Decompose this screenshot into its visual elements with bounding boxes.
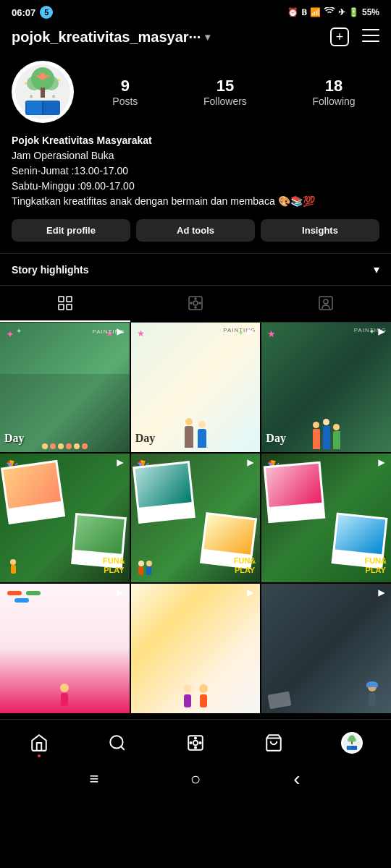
video-indicator [245, 327, 256, 339]
svg-text:★: ★ [24, 81, 28, 85]
bio-line4: Tingkatkan kreatifitas anak dengan berma… [12, 194, 379, 209]
username-text: pojok_kreativitas_masyar··· [12, 29, 201, 46]
top-nav: pojok_kreativitas_masyar··· ▾ + [0, 22, 391, 54]
bio-line2: Senin-Jumat :13.00-17.00 [12, 163, 379, 179]
followers-label: Followers [203, 95, 247, 107]
grid-item[interactable] [261, 584, 391, 713]
svg-point-31 [110, 736, 122, 748]
svg-point-37 [190, 742, 191, 744]
home-button[interactable] [22, 727, 56, 759]
svg-point-35 [195, 737, 196, 739]
signal-icon: 📶 [310, 7, 321, 17]
profile-nav-button[interactable] [335, 727, 369, 759]
tab-grid[interactable] [0, 286, 130, 322]
bio-line3: Sabtu-Minggu :09.00-17.00 [12, 179, 379, 194]
svg-text:✿: ✿ [30, 94, 33, 98]
svg-line-32 [121, 746, 125, 750]
fun-play-label: FUN&PLAY [234, 556, 256, 575]
system-home-button[interactable]: ○ [185, 769, 206, 789]
grid-item[interactable]: ✦ ★ ✦ PAINTING Day [0, 323, 130, 452]
day-label: Day [4, 432, 25, 445]
battery-icon: 🔋 [348, 7, 359, 17]
grid-item[interactable]: ★ ✦ PAINTING Day [131, 323, 261, 452]
svg-text:✿: ✿ [52, 94, 55, 98]
grid-item[interactable] [131, 584, 261, 713]
followers-stat[interactable]: 15 Followers [203, 77, 247, 107]
posts-label: Posts [112, 95, 138, 107]
username-area[interactable]: pojok_kreativitas_masyar··· ▾ [12, 29, 210, 46]
day-label: Day [266, 432, 286, 445]
svg-rect-19 [59, 297, 64, 302]
edit-profile-button[interactable]: Edit profile [12, 219, 130, 242]
shop-button[interactable] [256, 727, 291, 759]
nav-icons: + [330, 27, 379, 46]
add-post-button[interactable]: + [330, 27, 349, 46]
svg-point-24 [193, 301, 198, 305]
grid-item[interactable]: ★ ✦ PAINTING Day [261, 323, 391, 452]
grid-item[interactable]: 🪁 FUN&PLAY [0, 454, 130, 583]
svg-rect-0 [362, 29, 379, 30]
decoration-star: ✦ [6, 328, 14, 340]
tab-tagged[interactable] [261, 286, 391, 322]
ad-tools-button[interactable]: Ad tools [136, 219, 255, 242]
svg-rect-1 [362, 35, 379, 36]
bio: Pojok Kreativitas Masyarakat Jam Operasi… [12, 133, 379, 209]
video-indicator [115, 458, 125, 470]
story-highlights-label: Story highlights [12, 264, 89, 276]
reels-nav-button[interactable] [178, 727, 213, 759]
profile-top: ★ ★ ✿ ✿ 9 Posts 15 Followers 18 Followin… [12, 61, 379, 123]
airplane-icon: ✈ [338, 7, 345, 17]
svg-point-25 [195, 298, 196, 299]
svg-rect-44 [351, 741, 353, 744]
followers-count: 15 [216, 77, 234, 95]
decoration-star: ★ [267, 328, 276, 339]
system-back-button[interactable]: ‹ [287, 769, 307, 789]
battery-percent: 55% [362, 7, 379, 17]
svg-rect-47 [352, 746, 356, 749]
bluetooth-icon: 𝔹 [301, 8, 307, 17]
video-indicator [115, 588, 125, 600]
search-button[interactable] [100, 727, 135, 759]
system-nav-bar: ≡ ○ ‹ [0, 763, 391, 796]
system-menu-button[interactable]: ≡ [84, 769, 104, 789]
story-highlights[interactable]: Story highlights ▾ [0, 253, 391, 286]
grid-item[interactable] [0, 584, 130, 713]
decoration-star: ★ [137, 328, 145, 339]
svg-point-36 [195, 746, 196, 748]
alarm-icon: ⏰ [287, 7, 298, 17]
svg-point-28 [199, 302, 201, 304]
fun-play-label: FUN&PLAY [364, 556, 387, 575]
svg-rect-20 [67, 297, 72, 302]
svg-rect-2 [362, 41, 379, 42]
posts-count: 9 [121, 77, 130, 95]
svg-rect-21 [59, 305, 64, 310]
status-bar: 06:07 5 ⏰ 𝔹 📶 ✈ 🔋 55% [0, 0, 391, 22]
svg-rect-22 [67, 305, 72, 310]
tab-reels[interactable] [130, 286, 261, 322]
grid-item[interactable]: 🪁 FUN&PLAY [131, 454, 261, 583]
day-label: Day [135, 432, 156, 445]
bottom-nav [0, 719, 391, 763]
wifi-icon [324, 7, 335, 18]
grid-item[interactable]: 🪁 FUN&PLAY [261, 454, 391, 583]
svg-point-30 [324, 299, 328, 304]
action-buttons: Edit profile Ad tools Insights [12, 219, 379, 242]
posts-stat[interactable]: 9 Posts [112, 77, 138, 107]
avatar[interactable]: ★ ★ ✿ ✿ [12, 61, 74, 123]
chevron-down-icon[interactable]: ▾ [205, 31, 210, 43]
svg-point-26 [195, 307, 196, 308]
svg-rect-29 [319, 297, 332, 310]
menu-button[interactable] [362, 29, 379, 46]
stats-area: 9 Posts 15 Followers 18 Following [88, 77, 379, 107]
status-time: 06:07 [12, 7, 35, 18]
status-icons: ⏰ 𝔹 📶 ✈ 🔋 55% [287, 7, 379, 18]
svg-point-5 [27, 76, 41, 90]
posts-grid: ✦ ★ ✦ PAINTING Day ★ ✦ [0, 323, 391, 713]
insights-button[interactable]: Insights [261, 219, 379, 242]
following-stat[interactable]: 18 Following [313, 77, 356, 107]
video-indicator [245, 458, 256, 470]
svg-rect-12 [27, 101, 43, 114]
video-indicator [245, 588, 256, 600]
tabs [0, 286, 391, 323]
home-active-dot [38, 754, 41, 757]
